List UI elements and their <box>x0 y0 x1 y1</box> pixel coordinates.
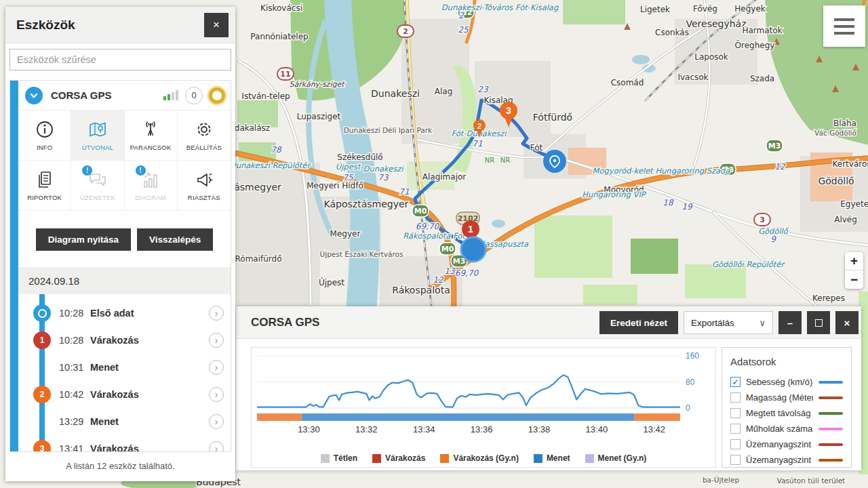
svg-text:M0: M0 <box>414 207 427 216</box>
map-zoom-controls[interactable]: + − <box>845 252 863 289</box>
timeline-row[interactable]: 10:31Menet› <box>18 354 231 381</box>
start-ring-icon <box>38 309 47 318</box>
dataseries-checkbox[interactable] <box>730 455 741 465</box>
dataseries-checkbox[interactable] <box>730 424 741 434</box>
timeline-stop-marker: 3 <box>33 440 51 451</box>
timeline-time: 10:28 <box>59 335 90 346</box>
timeline-label: Várakozás <box>90 389 139 400</box>
device-tabs: INFOÚTVONALPARANCSOKBEÁLLÍTÁSRIPORTOK!ÜZ… <box>18 110 231 211</box>
map-menu-button[interactable] <box>823 5 865 47</box>
sidebar-close-button[interactable]: × <box>204 13 229 37</box>
timeline-detail-button[interactable]: › <box>209 360 224 375</box>
device-locate-icon[interactable] <box>209 87 225 104</box>
destination-marker[interactable] <box>543 150 566 173</box>
svg-text:Csomád: Csomád <box>611 78 644 87</box>
dataseries-title: Adatsorok <box>730 356 843 367</box>
svg-text:Újpest: Újpest <box>319 277 344 287</box>
timeline-detail-button[interactable]: › <box>209 306 224 321</box>
svg-text:Csonkás: Csonkás <box>655 28 689 37</box>
device-search-input[interactable] <box>9 49 231 70</box>
tab-riportok[interactable]: RIPORTOK <box>18 161 71 211</box>
device-row[interactable]: CORSA GPS 0 <box>18 81 231 110</box>
tab-utvonal[interactable]: ÚTVONAL <box>71 110 124 161</box>
speed-chart[interactable]: 08016013:3013:3213:3413:3613:3813:4013:4… <box>252 348 715 467</box>
dataseries-label: Magasság (Méter) <box>746 392 813 403</box>
tab-uzenetek[interactable]: !ÜZENETEK <box>71 161 124 211</box>
timeline-detail-button[interactable]: › <box>209 333 224 348</box>
minimize-button[interactable]: – <box>778 311 802 334</box>
svg-text:2: 2 <box>403 27 408 36</box>
timeline-time: 10:31 <box>59 362 90 373</box>
timeline-label: Első adat <box>90 308 134 319</box>
svg-text:Rákospalota Fót: Rákospalota Fót <box>403 231 466 241</box>
svg-text:Hegyek: Hegyek <box>734 4 766 14</box>
svg-text:Blaha: Blaha <box>833 119 856 128</box>
zoom-in-button[interactable]: + <box>845 252 863 270</box>
chart-legend: TétlenVárakozásVárakozás (Gy.n)MenetMene… <box>252 453 715 463</box>
timeline-detail-button[interactable]: › <box>209 414 224 429</box>
timeline-detail-button[interactable]: › <box>209 441 224 451</box>
legend-item: Tétlen <box>321 453 357 463</box>
svg-text:Székesdűlő: Székesdűlő <box>337 152 382 162</box>
dataseries-checkbox[interactable] <box>730 392 741 403</box>
back-button[interactable]: Visszalépés <box>137 228 213 251</box>
dataseries-checkbox[interactable]: ✓ <box>730 377 741 387</box>
timeline-row[interactable]: 110:28Várakozás› <box>18 327 231 354</box>
maximize-button[interactable] <box>807 311 830 334</box>
timeline-row[interactable]: 10:28Első adat› <box>18 300 231 327</box>
legend-swatch <box>321 454 330 463</box>
export-dropdown[interactable]: Exportálás ∨ <box>684 311 773 334</box>
open-diagram-button[interactable]: Diagram nyitása <box>36 228 131 251</box>
tab-parancsok[interactable]: PARANCSOK <box>125 110 178 161</box>
timeline-row[interactable]: 13:29Menet› <box>18 408 231 435</box>
dataseries-color-swatch <box>818 443 843 446</box>
svg-text:78: 78 <box>271 145 282 155</box>
tab-beallitas[interactable]: BEÁLLÍTÁS <box>178 110 231 161</box>
close-panel-button[interactable]: × <box>835 311 859 334</box>
svg-text:István-telep: István-telep <box>241 92 290 101</box>
riportok-icon <box>35 169 55 190</box>
svg-text:25: 25 <box>458 25 469 35</box>
svg-text:69,70: 69,70 <box>455 268 479 278</box>
dataseries-label: Megtett távolság (km) <box>746 408 813 418</box>
legend-item: Menet (Gy.n) <box>585 453 647 463</box>
svg-text:Gödöllő: Gödöllő <box>818 176 854 186</box>
signal-strength-icon <box>163 90 178 100</box>
y-axis-tick: 0 <box>686 403 690 413</box>
vehicle-position-marker[interactable] <box>461 237 486 262</box>
timeline-time: 10:42 <box>59 389 90 400</box>
original-view-button[interactable]: Eredeti nézet <box>599 311 678 334</box>
dataseries-checkbox[interactable] <box>730 408 741 418</box>
timeline-row[interactable]: 313:41Várakozás› <box>18 435 231 451</box>
x-axis-tick: 13:42 <box>644 424 666 434</box>
utvonal-icon <box>87 119 108 140</box>
parancsok-icon <box>140 119 161 140</box>
status-band-segment <box>634 413 680 421</box>
riasztas-icon <box>194 169 214 190</box>
tab-info[interactable]: INFO <box>18 110 71 161</box>
y-axis-tick: 160 <box>686 351 699 361</box>
alert-count-badge: 0 <box>185 87 203 104</box>
dataseries-row: Műholdak száma <box>730 421 843 436</box>
svg-text:Veresegyház: Veresegyház <box>686 18 746 29</box>
beallitas-icon <box>194 119 214 140</box>
status-band-segment <box>257 413 302 421</box>
dataseries-checkbox[interactable] <box>730 439 741 449</box>
zoom-out-button[interactable]: − <box>845 270 863 289</box>
device-card: CORSA GPS 0 INFOÚTVONALPARANCSOKBEÁLLÍTÁ… <box>9 80 231 452</box>
legend-label: Várakozás (Gy.n) <box>453 453 518 463</box>
tab-diagram[interactable]: !DIAGRAM <box>125 161 178 211</box>
svg-text:12: 12 <box>433 275 444 285</box>
legend-label: Tétlen <box>334 453 357 463</box>
devices-sidebar: Eszközök × CORSA GPS 0 INFOÚTVONALPARANC… <box>5 7 235 481</box>
svg-text:ba-Újtelep: ba-Újtelep <box>703 476 739 484</box>
svg-text:Kiskovácsi: Kiskovácsi <box>260 3 302 13</box>
svg-text:Fót: Fót <box>530 143 543 152</box>
tab-riasztas[interactable]: RIASZTÁS <box>178 161 231 211</box>
timeline-row[interactable]: 210:42Várakozás› <box>18 381 231 408</box>
device-collapse-button[interactable] <box>25 87 43 104</box>
svg-text:Újpest Északi Kertváros: Újpest Északi Kertváros <box>320 250 403 258</box>
tab-label: RIASZTÁS <box>188 194 220 201</box>
legend-label: Menet <box>547 453 570 463</box>
timeline-detail-button[interactable]: › <box>209 387 224 402</box>
